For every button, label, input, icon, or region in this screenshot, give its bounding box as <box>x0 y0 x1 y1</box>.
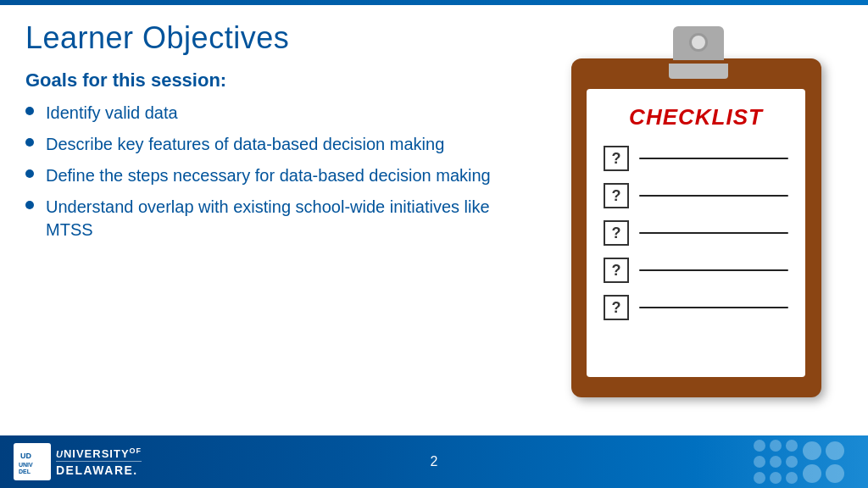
decor-dot <box>754 456 765 468</box>
large-circle <box>803 464 821 483</box>
checklist-row: ? <box>604 146 788 171</box>
decor-dot <box>786 456 798 468</box>
check-box: ? <box>604 258 629 283</box>
check-box: ? <box>604 220 629 246</box>
decor-dot <box>754 472 765 484</box>
footer-decoration <box>754 440 851 484</box>
dot-grid <box>754 440 798 484</box>
decor-dot <box>770 456 782 468</box>
checklist-row: ? <box>604 183 788 208</box>
check-box: ? <box>604 295 629 320</box>
list-item: Identify valid data <box>25 102 537 125</box>
clipboard-illustration: CHECKLIST ? ? ? <box>571 42 826 397</box>
checklist-row: ? <box>604 258 788 283</box>
checklist-items: ? ? ? ? <box>604 146 788 320</box>
slide: Learner Objectives Goals for this sessio… <box>0 0 868 488</box>
clipboard-board: CHECKLIST ? ? ? <box>571 58 821 397</box>
large-circle <box>826 441 844 460</box>
bullet-text: Understand overlap with existing school-… <box>46 196 537 241</box>
decor-dot <box>786 440 798 452</box>
ud-logo-icon: UD UNIV DEL <box>14 443 51 480</box>
bullet-dot <box>25 201 34 209</box>
decor-dot <box>770 472 782 484</box>
check-line <box>639 307 788 309</box>
clipboard-clip-arm <box>669 64 728 79</box>
slide-title: Learner Objectives <box>25 20 537 56</box>
ud-logo-svg: UD UNIV DEL <box>17 446 47 477</box>
svg-text:DEL: DEL <box>19 469 31 474</box>
main-content: Learner Objectives Goals for this sessio… <box>0 5 868 435</box>
list-item: Understand overlap with existing school-… <box>25 196 537 241</box>
checklist-row: ? <box>604 295 788 320</box>
clipboard-paper: CHECKLIST ? ? ? <box>587 89 805 377</box>
large-circle <box>803 441 821 460</box>
footer-bar: UD UNIV DEL UNIVERSITYOF DELAWARE. 2 <box>0 435 868 488</box>
circles-row <box>803 464 844 483</box>
right-section: CHECKLIST ? ? ? <box>554 12 843 427</box>
svg-text:UD: UD <box>20 452 31 460</box>
bullet-text: Describe key features of data-based deci… <box>46 133 444 156</box>
clipboard-clip-hole <box>689 33 708 52</box>
check-box: ? <box>604 146 629 171</box>
left-section: Learner Objectives Goals for this sessio… <box>25 20 554 427</box>
bullet-text: Define the steps necessary for data-base… <box>46 164 491 187</box>
bullet-list: Identify valid data Describe key feature… <box>25 102 537 250</box>
checklist-title: CHECKLIST <box>629 104 763 130</box>
bullet-dot <box>25 107 34 115</box>
check-line <box>639 158 788 160</box>
bullet-dot <box>25 169 34 178</box>
footer-logo: UD UNIV DEL UNIVERSITYOF DELAWARE. <box>14 443 142 480</box>
check-line <box>639 269 788 272</box>
large-circles <box>803 441 844 483</box>
circles-row <box>803 441 844 460</box>
decor-dot <box>770 440 782 452</box>
bullet-dot <box>25 138 34 147</box>
logo-university: UNIVERSITYOF <box>56 446 142 460</box>
check-line <box>639 232 788 235</box>
large-circle <box>826 464 844 483</box>
decor-dot <box>754 440 765 452</box>
list-item: Describe key features of data-based deci… <box>25 133 537 156</box>
check-line <box>639 195 788 197</box>
goals-label: Goals for this session: <box>25 69 537 92</box>
check-box: ? <box>604 183 629 208</box>
checklist-row: ? <box>604 220 788 246</box>
footer-logo-text: UNIVERSITYOF DELAWARE. <box>56 446 142 476</box>
decor-dot <box>786 472 798 484</box>
logo-delaware: DELAWARE. <box>56 461 142 477</box>
svg-text:UNIV: UNIV <box>19 462 33 468</box>
bullet-text: Identify valid data <box>46 102 178 125</box>
list-item: Define the steps necessary for data-base… <box>25 164 537 187</box>
clipboard-clip-base <box>673 26 724 60</box>
page-number: 2 <box>431 454 438 469</box>
